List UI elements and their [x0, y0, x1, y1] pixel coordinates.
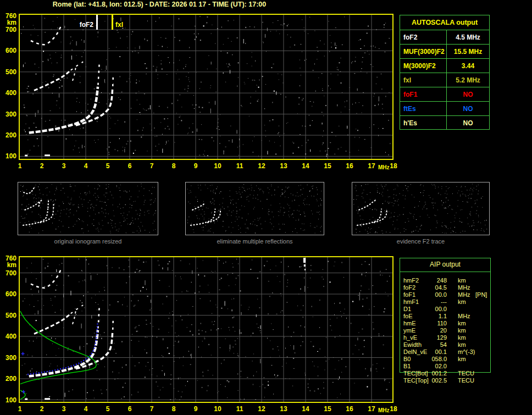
bottom-ionogram-ytick-200: 200 [0, 375, 16, 382]
table-row: ftEsNO [400, 101, 489, 115]
bottom-ionogram-scaled-trace-blue [27, 323, 98, 374]
bottom-ionogram-ytick-500: 500 [0, 312, 16, 319]
aip-value: --- [421, 298, 447, 306]
bottom-ionogram-xtick-14: 14 [295, 406, 317, 412]
aip-header-separator [400, 272, 490, 272]
aip-value: 058.0 [421, 356, 447, 363]
top-ionogram-ytick-600: 600 [0, 47, 16, 54]
aip-value: 001.2 [421, 370, 447, 377]
table-row: MUF(3000)F215.5 MHz [400, 44, 489, 58]
autoscala-table-frame: AUTOSCALA outputfoF24.5 MHzMUF(3000)F215… [400, 15, 490, 130]
aip-unit: km [458, 320, 466, 327]
top-ionogram-xtick-6: 6 [119, 163, 141, 169]
aip-value: 00.0 [421, 291, 447, 298]
top-ionogram-xtick-12: 12 [251, 163, 273, 169]
aip-unit: MHz [458, 313, 470, 320]
table-row: D100.0 [400, 306, 490, 313]
thumbnail-caption-original: original ionogram resized [18, 238, 158, 245]
table-row: foF24.5 MHz [400, 30, 489, 44]
bottom-ionogram-xtick-7: 7 [141, 406, 163, 412]
bottom-ionogram-f2-x-upper [113, 317, 113, 330]
table-row: hmF1---km [400, 298, 490, 306]
bottom-ionogram-f2-o-upper [98, 306, 99, 328]
aip-value: 54 [421, 341, 447, 348]
table-row: B0058.0km [400, 356, 490, 363]
table-row: Ewidth54km [400, 341, 490, 348]
top-ionogram-second-hop-upper [71, 62, 83, 70]
aip-unit: m^(-3) [458, 348, 475, 356]
bottom-ionogram-xtick-11: 11 [229, 406, 251, 412]
autoscala-param-m3000f2: M(3000)F2 [400, 59, 447, 73]
thumbnail-0 [18, 182, 158, 235]
top-ionogram-f2-o-main [29, 87, 98, 133]
aip-unit: km [458, 341, 466, 348]
aip-unit: MHz [458, 284, 470, 291]
fof2-marker-label: foF2 [69, 21, 93, 28]
bottom-ionogram-second-hop-upper [71, 305, 83, 313]
bottom-ionogram-xtick-16: 16 [339, 406, 361, 412]
autoscala-param-fxi: fxI [400, 73, 447, 87]
top-ionogram-xtick-16: 16 [339, 163, 361, 169]
aip-unit: MHz [458, 291, 470, 298]
aip-param: foE [403, 313, 413, 320]
autoscala-value: NO [447, 105, 489, 113]
autoscala-param-ftes: ftEs [400, 102, 447, 115]
aip-value: 20 [421, 327, 447, 334]
top-ionogram-ytick-100: 100 [0, 153, 16, 159]
top-ionogram-y-axis-unit: km [0, 19, 16, 26]
bottom-ionogram-xtick-1: 1 [9, 406, 31, 412]
aip-value: 00.0 [421, 306, 447, 313]
autoscala-value: 15.5 MHz [447, 48, 489, 56]
top-ionogram-xtick-10: 10 [207, 163, 229, 169]
top-ionogram-xtick-13: 13 [273, 163, 295, 169]
top-ionogram-xtick-4: 4 [75, 163, 97, 169]
bottom-ionogram-ytick-600: 600 [0, 291, 16, 297]
table-row: foF100.0MHz[PN] [400, 291, 490, 298]
autoscala-value: 4.5 MHz [447, 34, 489, 41]
thumbnail-canvas-2 [352, 182, 489, 235]
table-row: fxI5.2 MHz [400, 73, 489, 87]
aip-param: Ewidth [403, 341, 422, 348]
aip-unit: TECU [458, 370, 474, 377]
aip-unit: km [458, 334, 466, 341]
aip-param: B1 [403, 363, 411, 370]
autoscala-screen: Rome (lat: +41.8, lon: 012.5) - DATE: 20… [0, 0, 532, 415]
top-ionogram-xtick-8: 8 [163, 163, 185, 169]
table-row: ymE20km [400, 327, 490, 334]
top-ionogram-xtick-5: 5 [97, 163, 119, 169]
aip-value: 129 [421, 334, 447, 341]
bottom-ionogram-xtick-9: 9 [185, 406, 207, 412]
aip-param: h_vE [403, 334, 417, 341]
top-ionogram-frame [19, 14, 394, 160]
aip-table-frame: AIP outputhmF2248kmfoF204.5MHzfoF100.0MH… [400, 258, 491, 373]
top-ionogram-xtick-2: 2 [31, 163, 53, 169]
top-ionogram-xtick-7: 7 [141, 163, 163, 169]
aip-unit: km [458, 327, 466, 334]
autoscala-value: NO [447, 91, 489, 98]
aip-param: ymE [403, 327, 415, 334]
bottom-ionogram-xtick-4: 4 [75, 406, 97, 412]
bottom-ionogram-ytick-100: 100 [0, 397, 16, 403]
autoscala-value: NO [447, 119, 489, 127]
top-ionogram-f2-x-upper [113, 74, 113, 86]
top-ionogram-xtick-9: 9 [185, 163, 207, 169]
aip-value: 110 [421, 320, 447, 327]
table-row: M(3000)F23.44 [400, 58, 489, 73]
thumbnail-2 [352, 182, 490, 235]
thumbnail-caption-eliminate: eliminate multiple reflections [185, 238, 324, 245]
aip-unit: km [458, 356, 466, 363]
top-ionogram-ytick-300: 300 [0, 111, 16, 118]
bottom-ionogram-ytick-700: 700 [0, 270, 16, 276]
aip-value: 04.5 [421, 284, 447, 291]
top-ionogram-ytick-700: 700 [0, 26, 16, 33]
thumbnail-1 [185, 182, 324, 235]
bottom-ionogram-ytick-300: 300 [0, 355, 16, 361]
top-ionogram-xtick-14: 14 [295, 163, 317, 169]
table-row: foF1NO [400, 87, 489, 101]
top-ionogram-x-axis-unit: MHz [378, 165, 390, 170]
table-row: B102.0 [400, 363, 490, 370]
aip-unit: km [458, 277, 466, 284]
aip-unit: km [458, 298, 466, 306]
bottom-ionogram-f2-o-main [29, 330, 98, 377]
top-ionogram-second-hop [34, 71, 70, 91]
